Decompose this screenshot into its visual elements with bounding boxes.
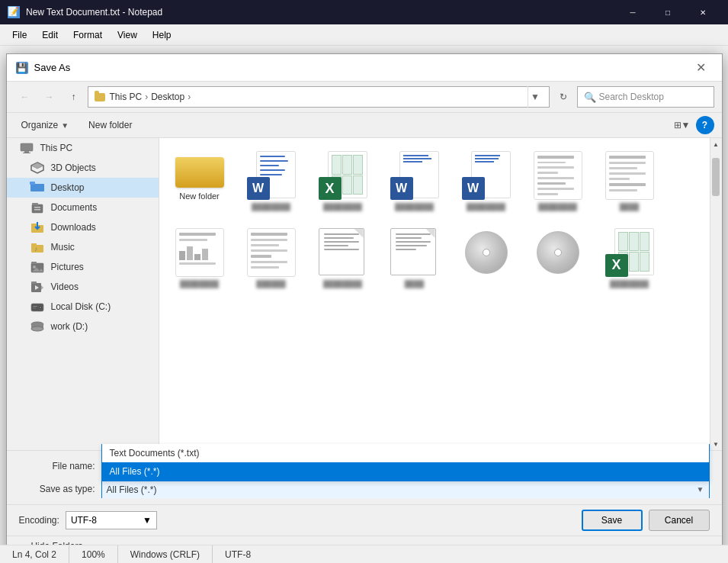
file-item-doc-preview4[interactable]: ██████ [237, 221, 306, 295]
encoding-arrow: ▼ [143, 515, 152, 526]
notepad-title: New Text Document.txt - Notepad [26, 7, 615, 18]
file-item-cd2[interactable] [524, 221, 592, 295]
save-type-arrow[interactable]: ▼ [697, 485, 704, 494]
save-type-label: Save as type: [19, 484, 95, 494]
file-item-doc-preview2[interactable]: ████ [595, 144, 664, 218]
sidebar-item-videos[interactable]: Videos [7, 277, 159, 297]
svg-rect-21 [31, 282, 37, 284]
file-name-doc1: ████████ [538, 203, 577, 211]
window-controls: ─ □ ✕ [615, 0, 720, 24]
pictures-icon [30, 261, 45, 273]
file-name-doc2: ████ [620, 203, 640, 211]
documents-icon [30, 201, 45, 214]
file-item-txt1[interactable]: ████████ [309, 221, 377, 295]
file-item-cd1[interactable] [452, 221, 521, 295]
menu-file[interactable]: File [6, 27, 33, 43]
save-type-input[interactable]: All Files (*.*) ▼ [101, 480, 710, 498]
notepad-menubar: File Edit Format View Help [0, 24, 728, 46]
file-item-excel1[interactable]: X ████████ [309, 144, 377, 218]
doc-preview-icon-3 [175, 228, 224, 277]
help-button[interactable]: ? [696, 116, 714, 134]
encoding-section: Encoding: UTF-8 ▼ [19, 511, 582, 529]
file-name-new-folder: New folder [179, 191, 220, 201]
save-type-option-txt[interactable]: Text Documents (*.txt) [102, 444, 709, 462]
notepad-icon: 📝 [8, 6, 20, 18]
breadcrumb-sep1: › [145, 92, 148, 102]
file-name-excel2: ████████ [610, 280, 649, 288]
file-item-doc-preview3[interactable]: ████████ [165, 221, 234, 295]
file-name-txt1: ████████ [323, 280, 362, 288]
search-box[interactable]: 🔍 Search Desktop [577, 86, 714, 108]
sidebar-item-this-pc[interactable]: This PC [7, 138, 159, 158]
address-dropdown-arrow[interactable]: ▼ [528, 86, 543, 108]
close-button[interactable]: ✕ [685, 0, 720, 24]
back-button[interactable]: ← [14, 86, 36, 108]
file-item-word2[interactable]: W ████████ [380, 144, 449, 218]
menu-help[interactable]: Help [146, 27, 178, 43]
scroll-down-arrow[interactable]: ▼ [710, 438, 722, 450]
sidebar: This PC 3D Objects [7, 138, 159, 450]
file-item-word1[interactable]: W ████████ [237, 144, 306, 218]
sidebar-item-documents[interactable]: Documents [7, 198, 159, 217]
menu-format[interactable]: Format [67, 27, 108, 43]
videos-icon [30, 281, 45, 293]
vertical-scrollbar[interactable]: ▲ ▼ [710, 138, 722, 450]
svg-rect-8 [32, 203, 38, 205]
dialog-close-button[interactable]: ✕ [690, 56, 713, 79]
status-encoding: UTF-8 [213, 545, 263, 563]
cancel-button[interactable]: Cancel [649, 510, 710, 531]
sidebar-item-work-d[interactable]: work (D:) [7, 317, 159, 336]
music-icon: ♪ [30, 241, 45, 253]
maximize-button[interactable]: □ [650, 0, 685, 24]
menu-view[interactable]: View [111, 27, 143, 43]
file-item-word3[interactable]: W ████████ [452, 144, 521, 218]
dialog-titlebar: 💾 Save As ✕ [7, 54, 722, 82]
work-d-icon [30, 320, 45, 333]
cd-icon-2 [534, 228, 582, 277]
folder-body [175, 157, 224, 188]
save-type-row: Save as type: All Files (*.*) ▼ Text Doc… [19, 480, 710, 498]
local-disk-icon [30, 301, 45, 313]
encoding-select[interactable]: UTF-8 ▼ [66, 511, 157, 529]
music-label: Music [51, 242, 75, 253]
cd-icon-1 [462, 228, 511, 277]
downloads-icon [30, 221, 45, 233]
refresh-button[interactable]: ↻ [553, 86, 574, 108]
word-icon-3: W [462, 151, 511, 200]
save-button[interactable]: Save [582, 510, 643, 531]
breadcrumb-desktop[interactable]: Desktop [151, 92, 184, 102]
status-line-ending: Windows (CRLF) [118, 545, 213, 563]
encoding-label: Encoding: [19, 515, 59, 526]
scroll-up-arrow[interactable]: ▲ [710, 138, 722, 150]
navigation-bar: ← → ↑ This PC › Desktop › ▼ ↻ 🔍 Search D… [7, 82, 722, 113]
scroll-thumb[interactable] [712, 158, 720, 196]
up-button[interactable]: ↑ [63, 86, 85, 108]
svg-marker-22 [41, 285, 43, 290]
svg-rect-28 [33, 306, 37, 307]
address-bar[interactable]: This PC › Desktop › ▼ [88, 86, 550, 108]
sidebar-item-pictures[interactable]: Pictures [7, 257, 159, 277]
new-folder-button[interactable]: New folder [82, 117, 139, 134]
notepad-titlebar: 📝 New Text Document.txt - Notepad ─ □ ✕ [0, 0, 728, 24]
desktop-label: Desktop [51, 182, 85, 193]
sidebar-item-3d-objects[interactable]: 3D Objects [7, 158, 159, 178]
sidebar-item-music[interactable]: ♪ Music [7, 237, 159, 257]
svg-rect-17 [31, 262, 37, 264]
file-item-txt2[interactable]: ████ [380, 221, 449, 295]
sidebar-item-local-disk[interactable]: Local Disk (C:) [7, 297, 159, 317]
minimize-button[interactable]: ─ [615, 0, 650, 24]
documents-label: Documents [51, 202, 98, 213]
doc-preview-icon-2 [605, 151, 654, 200]
organize-button[interactable]: Organize ▼ [14, 117, 76, 134]
breadcrumb-this-pc[interactable]: This PC [110, 92, 143, 102]
file-item-excel2[interactable]: X ████████ [595, 221, 664, 295]
sidebar-item-downloads[interactable]: Downloads [7, 217, 159, 237]
menu-edit[interactable]: Edit [36, 27, 64, 43]
view-button[interactable]: ⊞▼ [672, 116, 693, 134]
sidebar-item-desktop[interactable]: Desktop [7, 178, 159, 198]
file-item-new-folder[interactable]: New folder [165, 144, 234, 218]
save-type-option-all[interactable]: All Files (*.*) [102, 462, 709, 481]
svg-rect-7 [32, 204, 43, 213]
file-item-doc-preview1[interactable]: ████████ [524, 144, 592, 218]
forward-button[interactable]: → [39, 86, 60, 108]
